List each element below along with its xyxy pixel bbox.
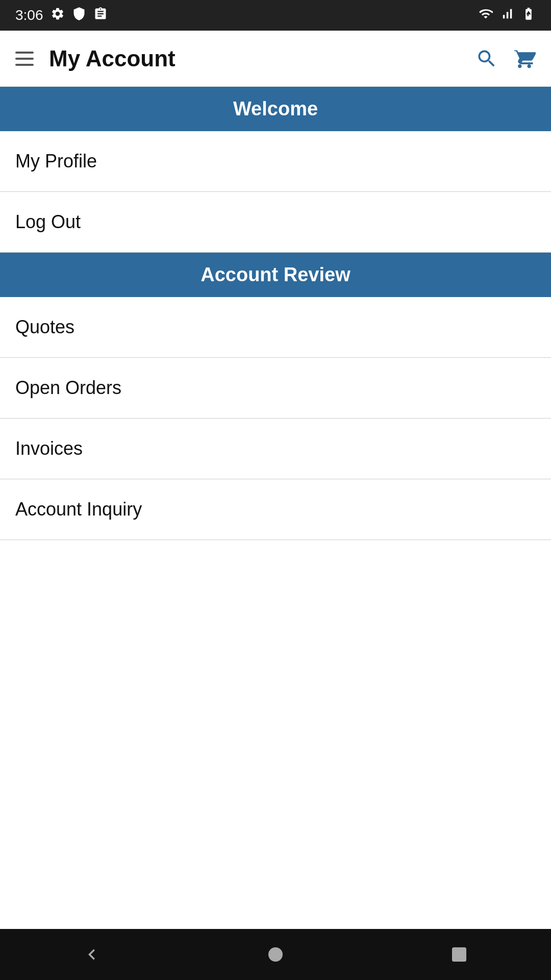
cart-button[interactable] [513, 47, 536, 70]
status-bar: 3:06 [0, 0, 551, 31]
status-time: 3:06 [15, 7, 43, 23]
open-orders-label: Open Orders [15, 377, 121, 399]
my-profile-item[interactable]: My Profile [0, 131, 551, 192]
log-out-label: Log Out [15, 211, 81, 233]
status-bar-right [479, 7, 536, 24]
account-inquiry-label: Account Inquiry [15, 499, 142, 520]
page-title: My Account [49, 46, 176, 71]
bottom-nav [0, 929, 551, 980]
recents-button[interactable] [439, 934, 480, 975]
welcome-section-header: Welcome [0, 87, 551, 131]
welcome-header-text: Welcome [233, 98, 318, 119]
log-out-item[interactable]: Log Out [0, 192, 551, 253]
app-bar-right [475, 47, 536, 70]
wifi-icon [479, 7, 493, 24]
open-orders-item[interactable]: Open Orders [0, 358, 551, 419]
app-bar: My Account [0, 31, 551, 87]
app-bar-left: My Account [15, 46, 176, 71]
quotes-item[interactable]: Quotes [0, 297, 551, 358]
status-bar-left: 3:06 [15, 7, 108, 24]
my-profile-label: My Profile [15, 151, 97, 172]
account-review-section-header: Account Review [0, 253, 551, 297]
account-review-header-text: Account Review [201, 264, 350, 285]
hamburger-menu-button[interactable] [15, 52, 34, 66]
account-review-menu-list: Quotes Open Orders Invoices Account Inqu… [0, 297, 551, 540]
back-button[interactable] [71, 934, 112, 975]
settings-icon [51, 7, 65, 24]
shield-icon [72, 7, 86, 24]
search-button[interactable] [475, 47, 498, 70]
invoices-label: Invoices [15, 438, 83, 459]
content-area [0, 540, 551, 929]
welcome-menu-list: My Profile Log Out [0, 131, 551, 253]
clipboard-icon [93, 7, 108, 24]
account-inquiry-item[interactable]: Account Inquiry [0, 479, 551, 540]
home-button[interactable] [255, 934, 296, 975]
svg-rect-1 [452, 947, 466, 962]
invoices-item[interactable]: Invoices [0, 419, 551, 479]
signal-icon [500, 7, 514, 24]
quotes-label: Quotes [15, 316, 74, 338]
svg-point-0 [268, 947, 283, 962]
battery-icon [521, 7, 536, 24]
